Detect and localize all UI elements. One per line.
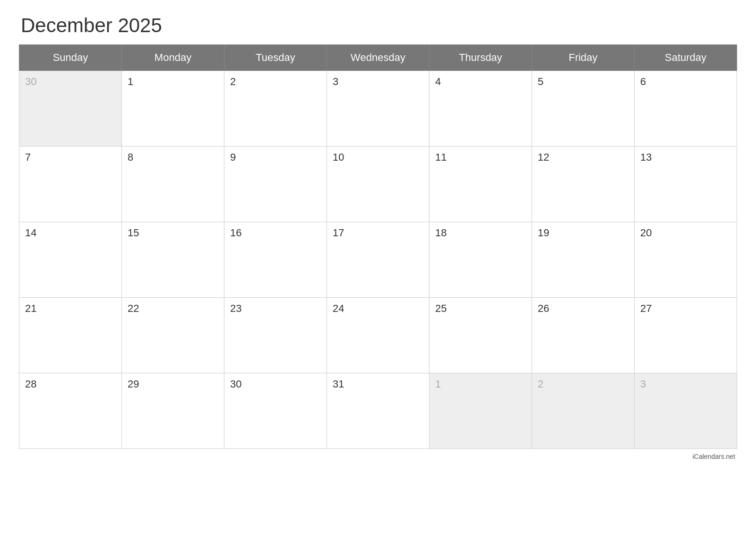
calendar-day-cell[interactable]: 23	[224, 298, 327, 373]
calendar-day-cell[interactable]: 3	[635, 373, 737, 449]
calendar-day-cell[interactable]: 31	[327, 373, 430, 449]
calendar-day-cell[interactable]: 26	[532, 298, 635, 373]
calendar-day-cell[interactable]: 29	[122, 373, 224, 449]
calendar-day-cell[interactable]: 6	[635, 71, 737, 146]
calendar-day-cell[interactable]: 19	[532, 222, 635, 298]
calendar-day-cell[interactable]: 20	[635, 222, 737, 298]
calendar-day-cell[interactable]: 24	[327, 298, 430, 373]
calendar-title: December 2025	[19, 14, 737, 37]
calendar-day-cell[interactable]: 14	[19, 222, 122, 298]
calendar-week-row: 30123456	[19, 71, 737, 146]
calendar-day-cell[interactable]: 9	[224, 146, 327, 222]
weekday-header-sunday: Sunday	[19, 45, 122, 71]
weekday-header-friday: Friday	[532, 45, 635, 71]
calendar-week-row: 28293031123	[19, 373, 737, 449]
calendar-day-cell[interactable]: 25	[430, 298, 532, 373]
weekday-header-saturday: Saturday	[635, 45, 737, 71]
calendar-day-cell[interactable]: 15	[122, 222, 224, 298]
calendar-day-cell[interactable]: 3	[327, 71, 430, 146]
calendar-day-cell[interactable]: 10	[327, 146, 430, 222]
calendar-day-cell[interactable]: 2	[224, 71, 327, 146]
calendar-day-cell[interactable]: 4	[430, 71, 532, 146]
weekday-header-row: SundayMondayTuesdayWednesdayThursdayFrid…	[19, 45, 737, 71]
calendar-table: SundayMondayTuesdayWednesdayThursdayFrid…	[19, 44, 737, 449]
calendar-day-cell[interactable]: 12	[532, 146, 635, 222]
calendar-day-cell[interactable]: 11	[430, 146, 532, 222]
calendar-week-row: 78910111213	[19, 146, 737, 222]
calendar-day-cell[interactable]: 1	[122, 71, 224, 146]
weekday-header-wednesday: Wednesday	[327, 45, 430, 71]
calendar-day-cell[interactable]: 8	[122, 146, 224, 222]
weekday-header-monday: Monday	[122, 45, 224, 71]
calendar-day-cell[interactable]: 22	[122, 298, 224, 373]
calendar-day-cell[interactable]: 5	[532, 71, 635, 146]
calendar-day-cell[interactable]: 30	[19, 71, 122, 146]
calendar-day-cell[interactable]: 17	[327, 222, 430, 298]
calendar-day-cell[interactable]: 30	[224, 373, 327, 449]
calendar-day-cell[interactable]: 21	[19, 298, 122, 373]
calendar-day-cell[interactable]: 18	[430, 222, 532, 298]
calendar-day-cell[interactable]: 28	[19, 373, 122, 449]
calendar-week-row: 21222324252627	[19, 298, 737, 373]
calendar-day-cell[interactable]: 2	[532, 373, 635, 449]
calendar-day-cell[interactable]: 27	[635, 298, 737, 373]
calendar-week-row: 14151617181920	[19, 222, 737, 298]
calendar-day-cell[interactable]: 7	[19, 146, 122, 222]
calendar-day-cell[interactable]: 1	[430, 373, 532, 449]
weekday-header-thursday: Thursday	[430, 45, 532, 71]
footer-text: iCalendars.net	[19, 453, 737, 460]
calendar-day-cell[interactable]: 13	[635, 146, 737, 222]
calendar-day-cell[interactable]: 16	[224, 222, 327, 298]
weekday-header-tuesday: Tuesday	[224, 45, 327, 71]
